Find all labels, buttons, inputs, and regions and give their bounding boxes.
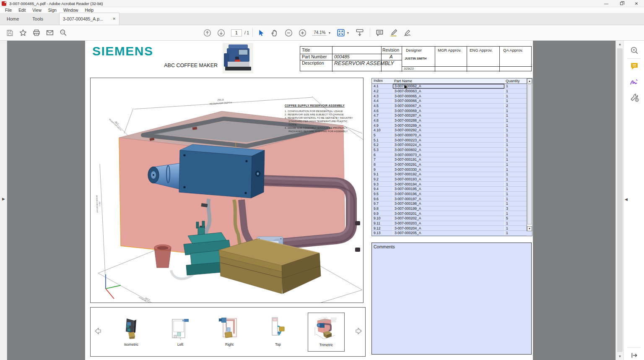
table-row[interactable]: 4.73-007-000287_A1 (372, 113, 527, 118)
table-row[interactable]: 83-007-000291_A1 (372, 162, 527, 167)
scrollbar-thumb[interactable] (617, 48, 623, 352)
cell-part-name[interactable]: 3-007-000602_A (393, 148, 504, 152)
cell-part-name[interactable]: 3-007-000066_A (393, 99, 504, 103)
cell-part-name[interactable]: 3-007-000205_A (393, 231, 504, 235)
view-thumbnail-isometric[interactable]: Isometric (118, 315, 144, 347)
cell-index[interactable]: 9 (372, 167, 393, 172)
cell-part-name[interactable]: 3-007-000192_A (393, 172, 504, 177)
cell-quantity[interactable]: 3 (504, 206, 527, 211)
cell-quantity[interactable]: 1 (504, 148, 527, 152)
cell-part-name[interactable]: 3-007-000195_A (393, 187, 504, 191)
document-canvas[interactable]: SIEMENS ABC COFFEE MAKER (7, 41, 615, 360)
cell-part-name[interactable]: 3-007-000223_A (393, 138, 504, 142)
cell-index[interactable]: 5.1 (372, 138, 393, 142)
menu-window[interactable]: Window (60, 8, 82, 13)
cell-index[interactable]: 4.3 (372, 94, 393, 98)
collapse-right-panel-icon[interactable]: ◀ (625, 197, 628, 201)
table-row[interactable]: 4.83-007-000288_A1 (372, 118, 527, 123)
cell-part-name[interactable]: 3-007-000292_A (393, 128, 504, 133)
page-scrolling-button[interactable] (352, 26, 367, 39)
tab-tools[interactable]: Tools (26, 13, 50, 25)
cell-index[interactable]: 9.1 (372, 172, 393, 176)
cell-index[interactable]: 4.1 (372, 84, 393, 88)
scrollbar-thumb[interactable] (527, 84, 532, 224)
designer-date[interactable]: 3/29/23 (404, 67, 413, 70)
cell-part-name[interactable]: 3-007-000198_A (393, 201, 504, 206)
cell-index[interactable]: 9.2 (372, 177, 393, 181)
close-button[interactable]: ✕ (629, 0, 644, 7)
previous-page-button[interactable] (200, 26, 214, 39)
table-row[interactable]: 4.43-007-000066_A1 (372, 99, 527, 104)
table-row[interactable]: 4.53-007-000067_A2 (372, 104, 527, 109)
tab-close-icon[interactable]: ✕ (112, 17, 116, 21)
menu-file[interactable]: File (2, 8, 15, 13)
table-row[interactable]: 9.133-007-000205_A1 (372, 231, 527, 236)
save-button[interactable] (3, 26, 16, 39)
cell-part-name[interactable]: 3-007-000067_A (393, 104, 504, 108)
cell-part-name[interactable]: 3-007-000073_A (393, 152, 504, 157)
cell-quantity[interactable]: 1 (504, 123, 527, 128)
table-row[interactable]: 9.83-007-000199_A3 (372, 206, 527, 211)
cell-part-name[interactable]: 3-007-000065_A (393, 94, 504, 98)
cell-quantity[interactable]: 1 (504, 192, 527, 196)
cell-index[interactable]: 9.7 (372, 201, 393, 206)
table-row[interactable]: 9.103-007-000202_A5 (372, 216, 527, 221)
description-value[interactable]: RESERVOIR ASSEMBLY (334, 60, 394, 66)
table-row[interactable]: 5.23-007-000224_A1 (372, 143, 527, 148)
view-thumbnail-trimetric-selected[interactable]: Trimetric (308, 313, 345, 352)
minimize-button[interactable]: — (599, 0, 614, 7)
designer-value[interactable]: JUSTIN SMITH (405, 57, 426, 60)
cell-quantity[interactable]: 1 (504, 221, 527, 226)
table-row[interactable]: 9.43-007-000195_A1 (372, 187, 527, 192)
tab-home[interactable]: Home (0, 13, 26, 25)
sign-tool-button[interactable] (400, 26, 415, 39)
cell-part-name[interactable]: 3-007-000203_A (393, 221, 504, 226)
cell-index[interactable]: 9.3 (372, 182, 393, 186)
cell-quantity[interactable]: 1 (504, 172, 527, 177)
comment-panel-button[interactable] (630, 62, 639, 71)
cell-part-name[interactable]: 3-007-000197_A (393, 196, 504, 201)
restore-button[interactable] (614, 0, 629, 7)
cell-index[interactable]: 9.5 (372, 192, 393, 196)
cell-quantity[interactable]: 1 (504, 226, 527, 230)
zoom-out-button[interactable] (282, 26, 296, 39)
table-row[interactable]: 93-007-000330_A1 (372, 167, 527, 172)
table-row[interactable]: 4.93-007-000289_A1 (372, 123, 527, 128)
table-row[interactable]: 9.123-007-000204_A1 (372, 226, 527, 231)
menu-edit[interactable]: Edit (15, 8, 29, 13)
table-row[interactable]: 9.23-007-000193_A1 (372, 177, 527, 182)
cell-quantity[interactable]: 1 (504, 118, 527, 123)
cell-index[interactable]: 4.2 (372, 89, 393, 93)
cell-part-name[interactable]: 3-007-000288_A (393, 118, 504, 123)
table-row[interactable]: 4.13-007-000062_A1 (372, 84, 527, 89)
table-row[interactable]: 53-007-000070_A1 (372, 133, 527, 138)
email-button[interactable] (43, 26, 57, 39)
cell-quantity[interactable]: 1 (504, 89, 527, 94)
cell-quantity[interactable]: 1 (504, 177, 527, 182)
cell-index[interactable]: 9.13 (372, 231, 393, 235)
cell-part-name[interactable]: 3-007-000194_A (393, 182, 504, 186)
expand-left-pane-icon[interactable]: ▶ (2, 197, 5, 201)
cell-quantity[interactable]: 1 (504, 201, 527, 206)
cell-quantity[interactable]: 1 (504, 167, 527, 172)
cell-quantity[interactable]: 1 (504, 84, 527, 89)
cell-quantity[interactable]: 1 (504, 211, 527, 216)
cell-part-name[interactable]: 3-007-000193_A (393, 177, 504, 182)
cell-part-name[interactable]: 3-007-000196_A (393, 192, 504, 196)
table-row[interactable]: 9.63-007-000197_A1 (372, 196, 527, 201)
document-scrollbar[interactable]: ▲ ▼ (615, 41, 623, 360)
scroll-up-icon[interactable]: ▲ (616, 42, 624, 46)
cell-quantity[interactable]: 1 (504, 157, 527, 162)
menu-sign[interactable]: Sign (45, 8, 60, 13)
expand-panel-icon[interactable] (630, 351, 639, 360)
scroll-up-icon[interactable]: ▲ (527, 78, 532, 83)
revision-value[interactable]: A (390, 54, 393, 59)
print-button[interactable] (30, 26, 43, 39)
table-row[interactable]: 9.53-007-000196_A1 (372, 192, 527, 197)
zoom-level-dropdown[interactable]: 74.1%▼ (309, 26, 334, 39)
cell-quantity[interactable]: 1 (504, 138, 527, 142)
zoom-in-button[interactable] (296, 26, 309, 39)
cell-index[interactable]: 4.6 (372, 109, 393, 113)
menu-help[interactable]: Help (81, 8, 97, 13)
cell-index[interactable]: 9.10 (372, 216, 393, 220)
